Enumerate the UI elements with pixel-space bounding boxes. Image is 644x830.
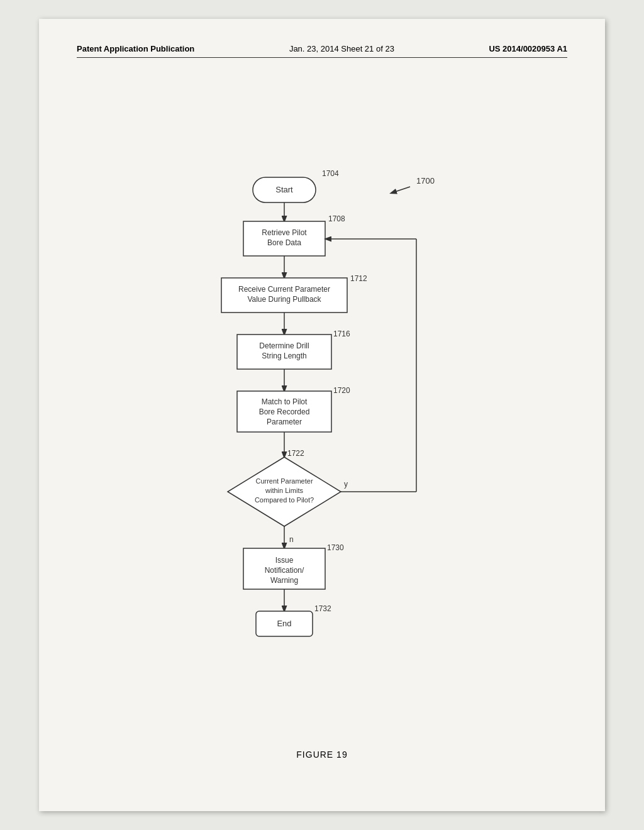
- svg-text:Warning: Warning: [270, 576, 298, 585]
- svg-line-0: [391, 187, 410, 193]
- label-1712: 1712: [350, 274, 367, 283]
- svg-text:Receive Current Parameter: Receive Current Parameter: [238, 285, 330, 294]
- svg-text:Retrieve Pilot: Retrieve Pilot: [262, 228, 307, 237]
- page-header: Patent Application Publication Jan. 23, …: [77, 44, 567, 58]
- svg-text:Notification/: Notification/: [265, 566, 304, 575]
- header-right: US 2014/0020953 A1: [489, 44, 567, 53]
- svg-text:Compared to Pilot?: Compared to Pilot?: [255, 496, 314, 504]
- label-1720: 1720: [333, 386, 350, 395]
- svg-text:Parameter: Parameter: [267, 418, 302, 426]
- label-1700: 1700: [416, 176, 435, 185]
- figure-caption: FIGURE 19: [77, 750, 567, 760]
- no-label: n: [289, 535, 294, 544]
- start-label: Start: [275, 185, 293, 194]
- label-1716: 1716: [333, 329, 350, 338]
- yes-label: y: [344, 480, 348, 489]
- svg-text:Match to Pilot: Match to Pilot: [262, 397, 308, 406]
- flowchart-area: 1700 Start 1704 Retrieve Pilot Bore Data…: [77, 83, 567, 724]
- svg-text:within Limits: within Limits: [265, 487, 303, 494]
- header-center: Jan. 23, 2014 Sheet 21 of 23: [289, 44, 394, 53]
- svg-text:Issue: Issue: [275, 556, 294, 565]
- label-1732: 1732: [314, 604, 331, 613]
- label-1730: 1730: [327, 543, 344, 552]
- svg-text:Value During Pullback: Value During Pullback: [247, 295, 321, 304]
- svg-text:Bore Recorded: Bore Recorded: [259, 407, 310, 416]
- label-1722: 1722: [287, 449, 304, 458]
- flowchart-svg: 1700 Start 1704 Retrieve Pilot Bore Data…: [146, 96, 498, 712]
- label-1708: 1708: [328, 214, 345, 223]
- svg-text:End: End: [277, 619, 291, 628]
- page: Patent Application Publication Jan. 23, …: [39, 19, 605, 811]
- header-left: Patent Application Publication: [77, 44, 194, 53]
- svg-text:String Length: String Length: [262, 351, 306, 360]
- svg-text:Determine Drill: Determine Drill: [259, 341, 309, 350]
- svg-text:Current Parameter: Current Parameter: [255, 477, 313, 485]
- label-1704: 1704: [322, 169, 339, 178]
- svg-text:Bore Data: Bore Data: [267, 238, 301, 247]
